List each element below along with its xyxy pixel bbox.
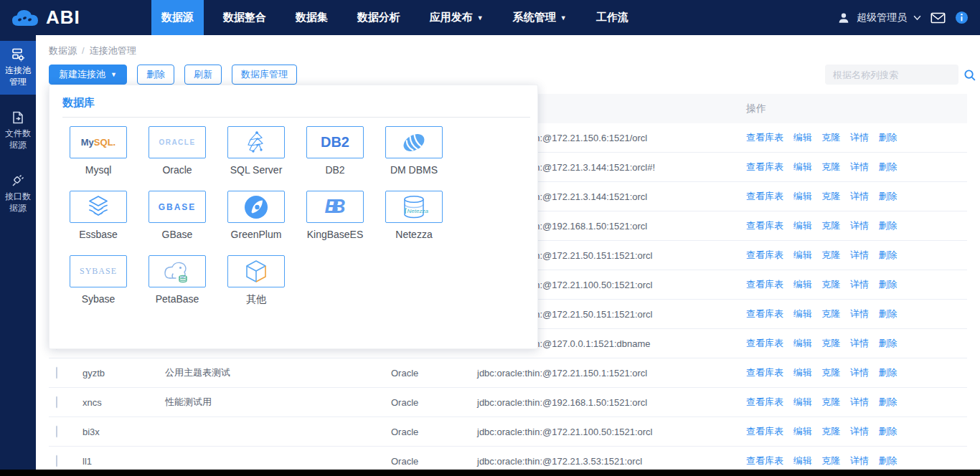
toolbar-button[interactable]: 刷新 [184, 65, 222, 85]
db-tile[interactable]: 其他 [227, 255, 285, 306]
search-input[interactable] [825, 70, 963, 80]
edit-link[interactable]: 编辑 [793, 338, 812, 348]
clone-link[interactable]: 克隆 [821, 220, 840, 231]
db-tile[interactable]: PetaBase [149, 255, 206, 306]
nav-item[interactable]: 工作流 [586, 0, 639, 35]
details-link[interactable]: 详情 [850, 249, 869, 260]
edit-link[interactable]: 编辑 [793, 367, 812, 378]
db-tile[interactable]: DB2 DB2 [306, 126, 364, 176]
clone-link[interactable]: 克隆 [821, 161, 840, 172]
view-tables-link[interactable]: 查看库表 [746, 132, 783, 143]
edit-link[interactable]: 编辑 [793, 132, 812, 143]
clone-link[interactable]: 克隆 [821, 367, 840, 378]
view-tables-link[interactable]: 查看库表 [746, 249, 783, 260]
row-checkbox[interactable] [56, 367, 57, 379]
db-tile[interactable]: MySQL. Mysql [70, 126, 127, 176]
details-link[interactable]: 详情 [850, 220, 869, 231]
clone-link[interactable]: 克隆 [821, 279, 840, 290]
clone-link[interactable]: 克隆 [821, 308, 840, 319]
view-tables-link[interactable]: 查看库表 [746, 367, 783, 378]
clone-link[interactable]: 克隆 [821, 338, 840, 348]
row-checkbox[interactable] [56, 455, 57, 467]
nav-item[interactable]: 应用发布 ▼ [420, 0, 494, 35]
delete-link[interactable]: 删除 [879, 191, 897, 201]
edit-link[interactable]: 编辑 [793, 220, 812, 231]
edit-link[interactable]: 编辑 [793, 396, 812, 407]
view-tables-link[interactable]: 查看库表 [746, 308, 783, 319]
view-tables-link[interactable]: 查看库表 [746, 338, 783, 348]
details-link[interactable]: 详情 [850, 161, 869, 172]
new-connection-pool-button[interactable]: 新建连接池 ▼ [49, 65, 127, 85]
delete-link[interactable]: 删除 [879, 308, 897, 319]
delete-link[interactable]: 删除 [879, 249, 897, 260]
edit-link[interactable]: 编辑 [793, 191, 812, 201]
delete-link[interactable]: 删除 [879, 220, 897, 231]
view-tables-link[interactable]: 查看库表 [746, 220, 783, 231]
delete-link[interactable]: 删除 [879, 426, 897, 437]
db-tile[interactable]: SYBASE Sybase [70, 255, 127, 306]
db-tile[interactable]: GBASE GBase [149, 191, 206, 240]
delete-link[interactable]: 删除 [879, 396, 897, 407]
breadcrumb-item[interactable]: 数据源 [49, 45, 77, 56]
edit-link[interactable]: 编辑 [793, 279, 812, 290]
nav-item[interactable]: 数据集 [286, 0, 338, 35]
details-link[interactable]: 详情 [850, 191, 869, 201]
delete-link[interactable]: 删除 [879, 367, 897, 378]
nav-item[interactable]: 数据源 [151, 0, 204, 35]
details-link[interactable]: 详情 [850, 279, 869, 290]
chevron-down-icon[interactable] [913, 15, 921, 21]
cell-url: jdbc:oracle:thin:@172.21.150.1:1521:orcl [477, 368, 647, 379]
mail-icon[interactable] [930, 12, 946, 24]
clone-link[interactable]: 克隆 [821, 249, 840, 260]
view-tables-link[interactable]: 查看库表 [746, 161, 783, 172]
edit-link[interactable]: 编辑 [793, 308, 812, 319]
edit-link[interactable]: 编辑 [793, 249, 812, 260]
db-tile[interactable]: BB KingBaseES [306, 191, 364, 240]
row-checkbox[interactable] [56, 396, 57, 409]
sidebar-item[interactable]: 连接池管理 [0, 41, 36, 95]
delete-link[interactable]: 删除 [879, 161, 897, 172]
sidebar-item[interactable]: 接口数据源 [0, 167, 36, 221]
details-link[interactable]: 详情 [850, 132, 869, 143]
search-icon[interactable] [963, 69, 980, 81]
view-tables-link[interactable]: 查看库表 [746, 396, 783, 407]
clone-link[interactable]: 克隆 [821, 455, 840, 466]
clone-link[interactable]: 克隆 [821, 191, 840, 201]
db-tile[interactable]: Essbase [70, 191, 127, 240]
db-tile[interactable]: Netezza Netezza [385, 191, 443, 240]
view-tables-link[interactable]: 查看库表 [746, 426, 783, 437]
details-link[interactable]: 详情 [850, 367, 869, 378]
db-tile[interactable]: SQL Server [227, 126, 285, 176]
db-tile[interactable]: GreenPlum [227, 191, 285, 240]
details-link[interactable]: 详情 [850, 338, 869, 348]
cell-type: Oracle [391, 427, 418, 437]
nav-item[interactable]: 系统管理 ▼ [503, 0, 577, 35]
db-tile[interactable]: ORACLE Oracle [149, 126, 206, 176]
delete-link[interactable]: 删除 [879, 455, 897, 466]
nav-item[interactable]: 数据分析 [347, 0, 410, 35]
db-tile[interactable]: DM DBMS [385, 126, 443, 176]
toolbar-button[interactable]: 删除 [137, 65, 174, 85]
toolbar-button[interactable]: 数据库管理 [232, 65, 297, 85]
delete-link[interactable]: 删除 [879, 279, 897, 290]
details-link[interactable]: 详情 [850, 455, 869, 466]
info-icon[interactable] [955, 11, 969, 24]
view-tables-link[interactable]: 查看库表 [746, 455, 783, 466]
sidebar-item[interactable]: 文件数据源 [0, 104, 36, 158]
view-tables-link[interactable]: 查看库表 [746, 191, 783, 201]
details-link[interactable]: 详情 [850, 426, 869, 437]
view-tables-link[interactable]: 查看库表 [746, 279, 783, 290]
delete-link[interactable]: 删除 [879, 338, 897, 348]
edit-link[interactable]: 编辑 [793, 161, 812, 172]
clone-link[interactable]: 克隆 [821, 396, 840, 407]
delete-link[interactable]: 删除 [879, 132, 897, 143]
clone-link[interactable]: 克隆 [821, 426, 840, 437]
row-checkbox[interactable] [56, 426, 57, 438]
nav-item[interactable]: 数据整合 [213, 0, 276, 35]
username[interactable]: 超级管理员 [857, 11, 907, 24]
edit-link[interactable]: 编辑 [793, 426, 812, 437]
details-link[interactable]: 详情 [850, 396, 869, 407]
details-link[interactable]: 详情 [850, 308, 869, 319]
edit-link[interactable]: 编辑 [793, 455, 812, 466]
clone-link[interactable]: 克隆 [821, 132, 840, 143]
